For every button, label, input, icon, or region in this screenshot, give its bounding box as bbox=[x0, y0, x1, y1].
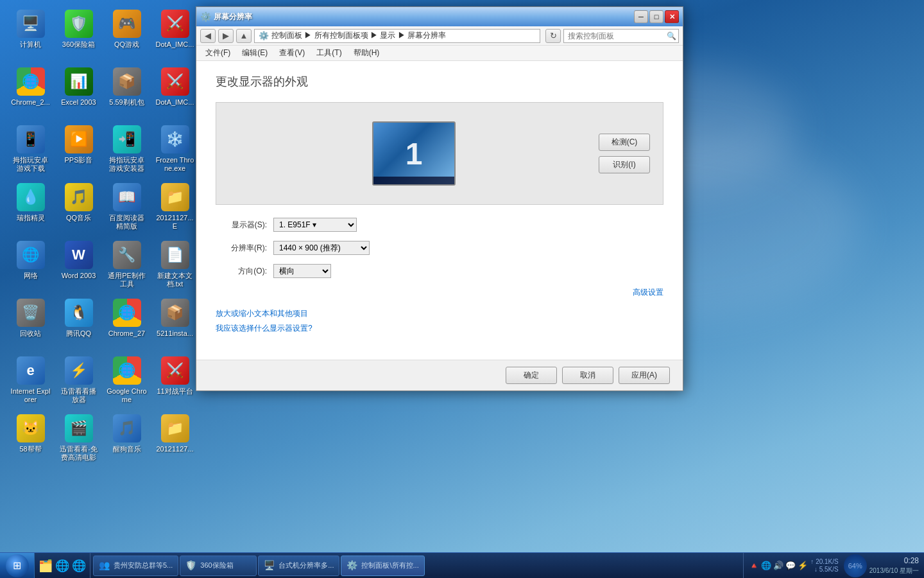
icon-label-pps: PPS影音 bbox=[64, 156, 92, 164]
forward-button[interactable]: ▶ bbox=[218, 29, 234, 43]
menu-item-F[interactable]: 文件(F) bbox=[200, 46, 235, 60]
desktop-icon-recycle[interactable]: 🗑️回收站 bbox=[6, 295, 55, 353]
menu-item-T[interactable]: 工具(T) bbox=[311, 46, 346, 60]
back-button[interactable]: ◀ bbox=[200, 29, 216, 43]
search-box[interactable]: 🔍 bbox=[563, 29, 679, 43]
maximize-button[interactable]: □ bbox=[649, 10, 663, 23]
icon-image-tongyong: 🔧 bbox=[113, 241, 141, 269]
taskbar-item-2[interactable]: 🖥️ 台式机分辨率多... bbox=[258, 556, 339, 576]
taskbar-item-text-1: 360保险箱 bbox=[200, 561, 233, 570]
monitor-number: 1 bbox=[406, 136, 423, 171]
system-tray: 🔺 🌐 🔊 💬 ⚡ ↑ 20.1K/S ↓ 5.5K/S 64% 0:28 20… bbox=[743, 553, 924, 578]
desktop-icon-qqgame[interactable]: 🎮QQ游戏 bbox=[103, 6, 151, 64]
ie-quick-launch[interactable]: 🌐 bbox=[55, 559, 69, 573]
up-button[interactable]: ▲ bbox=[236, 29, 252, 43]
menu-item-V[interactable]: 查看(V) bbox=[274, 46, 310, 60]
detect-button[interactable]: 检测(C) bbox=[599, 134, 650, 151]
desktop-icon-dota2[interactable]: ⚔️DotA_IMC... bbox=[151, 64, 199, 122]
desktop-icon-excel[interactable]: 📊Excel 2003 bbox=[55, 64, 103, 122]
icon-label-2012: 20121127... E bbox=[154, 214, 196, 231]
control-panel-window: ⚙️ 屏幕分辨率 ─ □ ✕ ◀ ▶ ▲ ⚙️ 控制面板 ▶ 所有控制面板项 ▶… bbox=[196, 6, 683, 391]
orientation-select[interactable]: 横向 bbox=[273, 264, 331, 278]
icon-image-recycle: 🗑️ bbox=[17, 299, 45, 327]
desktop-icon-xiongou[interactable]: 🎵醒狗音乐 bbox=[103, 411, 151, 469]
enlarge-text-link[interactable]: 放大或缩小文本和其他项目 bbox=[216, 308, 663, 319]
clock: 0:28 2013/6/10 星期一 bbox=[869, 556, 919, 575]
desktop-icon-chrome2[interactable]: 🌐Chrome_2... bbox=[6, 64, 55, 122]
display-select[interactable]: 1. E951F ▾ bbox=[273, 218, 357, 232]
desktop-icon-58[interactable]: 🐱58帮帮 bbox=[6, 411, 55, 469]
desktop-icon-zhizhi[interactable]: 📱拇指玩安卓 游戏下载 bbox=[6, 122, 55, 180]
desktop-icon-5211[interactable]: 📦5211insta... bbox=[151, 295, 199, 353]
icon-label-zhizhi: 拇指玩安卓 游戏下载 bbox=[10, 156, 51, 173]
identify-button[interactable]: 识别(I) bbox=[599, 156, 650, 173]
desktop-icon-pps[interactable]: ▶️PPS影音 bbox=[55, 122, 103, 180]
apply-button[interactable]: 应用(A) bbox=[619, 367, 670, 384]
address-bar[interactable]: ⚙️ 控制面板 ▶ 所有控制面板项 ▶ 显示 ▶ 屏幕分辨率 bbox=[254, 29, 540, 43]
preview-buttons: 检测(C) 识别(I) bbox=[599, 134, 650, 173]
icon-image-dota2: ⚔️ bbox=[161, 67, 189, 96]
taskbar-item-3[interactable]: ⚙️ 控制面板\所有控... bbox=[341, 556, 424, 576]
icon-label-qqgame: QQ游戏 bbox=[114, 40, 139, 49]
date-display: 2013/6/10 星期一 bbox=[869, 566, 919, 575]
icon-image-58: 🐱 bbox=[17, 414, 45, 442]
taskbar-item-text-2: 台式机分辨率多... bbox=[278, 561, 334, 570]
desktop-icon-word[interactable]: WWord 2003 bbox=[55, 238, 103, 295]
desktop-icon-559[interactable]: 📦5.59剃机包 bbox=[103, 64, 151, 122]
search-icon[interactable]: 🔍 bbox=[667, 31, 676, 40]
chrome-quick-launch[interactable]: 🌐 bbox=[72, 559, 86, 573]
cancel-button[interactable]: 取消 bbox=[562, 367, 613, 384]
icon-label-dota2: DotA_IMC... bbox=[156, 98, 194, 107]
desktop-icon-zhizhi2[interactable]: 📲拇指玩安卓 游戏安装器 bbox=[103, 122, 151, 180]
window-controls: ─ □ ✕ bbox=[634, 10, 679, 23]
resolution-select[interactable]: 924 × 578 (推荐) bbox=[273, 241, 370, 255]
breadcrumb: 控制面板 ▶ 所有控制面板项 ▶ 显示 ▶ 屏幕分辨率 bbox=[271, 30, 446, 41]
desktop-icon-ie[interactable]: eInternet Explorer bbox=[6, 353, 55, 411]
volume-indicator[interactable]: 64% bbox=[844, 554, 867, 577]
desktop-icon-xunlei[interactable]: ⚡迅雷看看播 放器 bbox=[55, 353, 103, 411]
advanced-settings-link[interactable]: 高级设置 bbox=[633, 288, 663, 297]
icon-label-tongyong: 通用PE制作 工具 bbox=[106, 272, 148, 288]
navigation-bar: ◀ ▶ ▲ ⚙️ 控制面板 ▶ 所有控制面板项 ▶ 显示 ▶ 屏幕分辨率 ↻ 🔍 bbox=[196, 26, 683, 46]
icon-label-2012b: 20121127... bbox=[156, 445, 193, 453]
taskbar-item-1[interactable]: 🛡️ 360保险箱 bbox=[180, 556, 257, 576]
content-title: 更改显示器的外观 bbox=[216, 74, 663, 89]
desktop-icon-textfile[interactable]: 📄新建文本文 档.txt bbox=[151, 238, 199, 295]
icon-label-qqmusic: QQ音乐 bbox=[66, 214, 91, 222]
close-button[interactable]: ✕ bbox=[665, 10, 679, 23]
desktop-icon-11vs[interactable]: ⚔️11对战平台 bbox=[151, 353, 199, 411]
desktop-icon-xunlei2[interactable]: 🎬迅雷看看-免 费高清电影 bbox=[55, 411, 103, 469]
taskbar-item-0[interactable]: 👥 贵州安防总群等5... bbox=[93, 556, 178, 576]
icon-image-tencent: 🐧 bbox=[65, 299, 93, 327]
desktop-icon-2012b[interactable]: 📁20121127... bbox=[151, 411, 199, 469]
show-desktop-button[interactable]: 🗂️ bbox=[38, 559, 53, 573]
icon-label-ie: Internet Explorer bbox=[10, 387, 51, 404]
menu-item-H[interactable]: 帮助(H) bbox=[348, 46, 385, 60]
start-button[interactable]: ⊞ bbox=[0, 553, 35, 579]
desktop-icon-shuixiu[interactable]: 💧瑞指精灵 bbox=[6, 180, 55, 238]
monitor-image: 1 bbox=[372, 121, 456, 186]
orientation-label: 方向(O): bbox=[216, 266, 267, 277]
display-settings-link[interactable]: 我应该选择什么显示器设置? bbox=[216, 323, 663, 334]
desktop-icon-frozen[interactable]: ❄️Frozen Throne.exe bbox=[151, 122, 199, 180]
refresh-button[interactable]: ↻ bbox=[545, 29, 561, 43]
desktop-icon-tongyong[interactable]: 🔧通用PE制作 工具 bbox=[103, 238, 151, 295]
menu-item-E[interactable]: 编辑(E) bbox=[237, 46, 273, 60]
desktop-icon-2012[interactable]: 📁20121127... E bbox=[151, 180, 199, 238]
monitor-taskbar-preview bbox=[373, 177, 454, 184]
ok-button[interactable]: 确定 bbox=[506, 367, 557, 384]
desktop-icon-360safe[interactable]: 🛡️360保险箱 bbox=[55, 6, 103, 64]
desktop-icon-dota1[interactable]: ⚔️DotA_IMC... bbox=[151, 6, 199, 64]
desktop-icon-chrome27[interactable]: 🌐Chrome_27 bbox=[103, 295, 151, 353]
taskbar-item-icon-1: 🛡️ bbox=[185, 560, 197, 572]
desktop-icon-baidu[interactable]: 📖百度阅读器 精简版 bbox=[103, 180, 151, 238]
desktop-icon-network[interactable]: 🌐网络 bbox=[6, 238, 55, 295]
desktop-icon-qqmusic[interactable]: 🎵QQ音乐 bbox=[55, 180, 103, 238]
desktop-icon-googlechrome[interactable]: 🌐Google Chrome bbox=[103, 353, 151, 411]
desktop-icon-tencent[interactable]: 🐧腾讯QQ bbox=[55, 295, 103, 353]
icon-image-pps: ▶️ bbox=[65, 125, 93, 153]
tray-icon-0: 🔺 bbox=[749, 561, 759, 571]
desktop-icon-computer[interactable]: 🖥️计算机 bbox=[6, 6, 55, 64]
minimize-button[interactable]: ─ bbox=[634, 10, 648, 23]
search-input[interactable] bbox=[568, 31, 664, 40]
